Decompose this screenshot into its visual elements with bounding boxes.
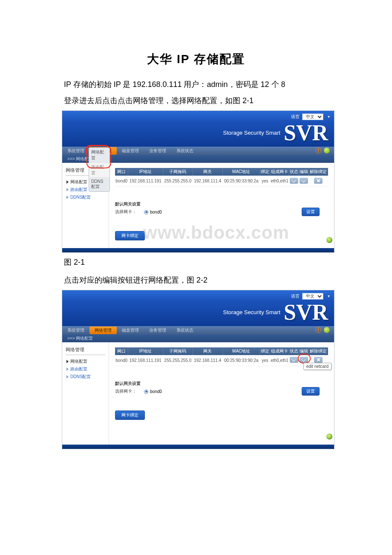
alert-icon[interactable] xyxy=(315,327,321,333)
triangle-icon xyxy=(66,188,69,191)
triangle-icon xyxy=(66,360,69,363)
gateway-title: 默认网关设置 xyxy=(115,381,328,387)
dropdown-item-ddns[interactable]: DDNS配置 xyxy=(89,178,110,191)
sidebar-item-label: 路由配置 xyxy=(70,187,87,193)
unbind-button[interactable] xyxy=(314,178,323,184)
th-mac: MAC地址 xyxy=(222,347,260,355)
radio-icon xyxy=(144,210,148,214)
paragraph-3: 点击对应的编辑按钮进行网络配置，图 2-2 xyxy=(64,273,328,287)
topnav-service[interactable]: 业务管理 xyxy=(144,327,171,334)
gateway-title: 默认网关设置 xyxy=(115,201,328,207)
th-members: 组成网卡 xyxy=(270,168,289,176)
content-area: www.bdocx.com 网口 IP地址 子网掩码 网关 MAC地址 绑定 组… xyxy=(109,163,334,249)
sidebar-item-label: 路由配置 xyxy=(70,366,87,372)
th-ip: IP地址 xyxy=(128,168,163,176)
gateway-label: 选择网卡： xyxy=(115,209,136,215)
radio-icon xyxy=(144,390,148,394)
th-ip: IP地址 xyxy=(128,347,163,355)
cell-mac: 00:25:90:33:90:2a xyxy=(222,355,260,366)
topnav-disk[interactable]: 磁盘管理 xyxy=(117,147,144,155)
table-row: bond0 192.168.111.191 255.255.255.0 192.… xyxy=(115,176,328,187)
th-unbind: 解除绑定 xyxy=(309,168,328,176)
language-selector[interactable]: 语言 中文 ▾ xyxy=(291,293,330,300)
tooltip-edit-netcard: edit netcard xyxy=(303,363,331,370)
document-title: 大华 IP 存储配置 xyxy=(64,51,328,67)
th-mask: 子网掩码 xyxy=(163,347,193,355)
sidebar-item-netcfg[interactable]: 网络配置 xyxy=(66,358,105,365)
gateway-set-button[interactable]: 设置 xyxy=(302,387,320,396)
topnav-status[interactable]: 系统状态 xyxy=(171,147,199,155)
language-label: 语言 xyxy=(291,114,300,120)
topnav-system[interactable]: 系统管理 xyxy=(62,147,89,155)
triangle-icon xyxy=(66,367,69,371)
language-select[interactable]: 中文 xyxy=(302,293,323,300)
dropdown-arrow-icon: ▾ xyxy=(328,294,330,298)
th-mac: MAC地址 xyxy=(222,168,260,176)
cell-mask: 255.255.255.0 xyxy=(163,355,193,366)
th-port: 网口 xyxy=(115,168,128,176)
status-icon xyxy=(290,178,298,184)
dropdown-arrow-icon: ▾ xyxy=(328,114,330,119)
content-area: 网口 IP地址 子网掩码 网关 MAC地址 绑定 组成网卡 状态 编辑 解除绑定 xyxy=(109,342,334,445)
language-selector[interactable]: 语言 中文 ▾ xyxy=(291,113,330,120)
sidebar-item-ddns[interactable]: DDNS配置 xyxy=(66,194,105,201)
gateway-set-button[interactable]: 设置 xyxy=(302,208,320,216)
gateway-radio-option[interactable]: bond0 xyxy=(144,210,162,214)
nic-bind-button[interactable]: 网卡绑定 xyxy=(115,231,145,240)
sidebar-item-label: 网络配置 xyxy=(70,358,87,364)
topnav-network[interactable]: 网络管理 xyxy=(89,327,117,334)
sidebar-item-ddns[interactable]: DDNS配置 xyxy=(66,373,105,381)
brand-tagline: Storage Security Smart xyxy=(223,309,280,315)
dropdown-item-route[interactable]: 路由配置 xyxy=(89,163,110,178)
topnav-status[interactable]: 系统状态 xyxy=(171,327,199,334)
topnav-disk[interactable]: 磁盘管理 xyxy=(117,327,144,334)
th-unbind: 解除绑定 xyxy=(309,347,328,355)
svr-header: 语言 中文 ▾ Storage Security Smart SVR xyxy=(62,290,334,326)
top-nav: 系统管理 网络管理 磁盘管理 业务管理 系统状态 xyxy=(62,326,334,335)
th-gw: 网关 xyxy=(193,347,222,355)
svr-logo: SVR xyxy=(284,301,328,324)
sidebar-item-route[interactable]: 路由配置 xyxy=(66,365,105,373)
topnav-service[interactable]: 业务管理 xyxy=(144,147,171,155)
gateway-value: bond0 xyxy=(150,389,162,394)
language-select[interactable]: 中文 xyxy=(302,113,323,120)
nic-bind-button[interactable]: 网卡绑定 xyxy=(115,410,145,420)
figure-caption-2-1: 图 2-1 xyxy=(64,257,328,267)
th-edit: 编辑 xyxy=(299,347,309,355)
edit-button[interactable] xyxy=(300,178,308,184)
gateway-value: bond0 xyxy=(150,210,162,214)
gateway-radio-option[interactable]: bond0 xyxy=(144,389,162,394)
svr-logo: SVR xyxy=(284,122,328,144)
unbind-button[interactable] xyxy=(314,357,323,363)
status-icon xyxy=(290,357,298,363)
status-ok-icon xyxy=(324,147,330,153)
th-status: 状态 xyxy=(289,168,299,176)
edit-button[interactable] xyxy=(300,357,308,363)
paragraph-1: IP 存储的初始 IP 是 192.168.0.111 用户：admin，密码是… xyxy=(64,78,328,91)
th-members: 组成网卡 xyxy=(270,347,289,355)
cell-members: eth0,eth1 xyxy=(270,176,289,187)
sidebar-item-label: DDNS配置 xyxy=(70,194,91,200)
alert-icon[interactable] xyxy=(315,147,321,153)
svr-header: 语言 中文 ▾ Storage Security Smart SVR xyxy=(62,111,334,147)
cell-port: bond0 xyxy=(115,355,128,366)
table-row: bond0 192.168.111.191 255.255.255.0 192.… xyxy=(115,355,328,366)
status-ok-icon xyxy=(324,327,330,333)
breadcrumb-bar: >>> 网络配置 xyxy=(62,335,334,342)
triangle-icon xyxy=(66,180,69,184)
network-dropdown: 网络配置 路由配置 DDNS配置 xyxy=(89,147,110,192)
dropdown-item-netcfg[interactable]: 网络配置 xyxy=(89,148,110,163)
sidebar-item-label: 网络配置 xyxy=(70,179,87,185)
cell-members: eth0,eth1 xyxy=(270,355,289,366)
topnav-system[interactable]: 系统管理 xyxy=(62,327,89,334)
cell-port: bond0 xyxy=(115,176,128,187)
footer-strip xyxy=(62,248,334,252)
triangle-icon xyxy=(66,375,69,379)
language-label: 语言 xyxy=(291,293,300,299)
cell-status xyxy=(289,355,299,366)
sidebar-title: 网络管理 xyxy=(66,347,105,355)
triangle-icon xyxy=(66,196,69,199)
screenshot-figure-2-2: 语言 中文 ▾ Storage Security Smart SVR 系统管理 … xyxy=(62,290,334,449)
network-table: 网口 IP地址 子网掩码 网关 MAC地址 绑定 组成网卡 状态 编辑 解除绑定 xyxy=(115,168,328,187)
th-gw: 网关 xyxy=(193,168,222,176)
